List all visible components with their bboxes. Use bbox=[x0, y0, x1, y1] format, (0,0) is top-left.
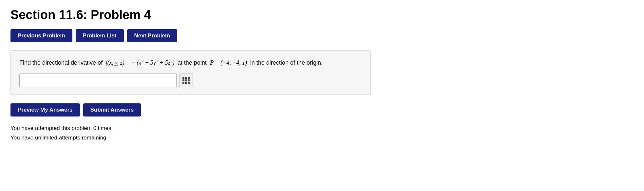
statement-suffix: in the direction of the origin. bbox=[249, 59, 323, 66]
next-problem-button[interactable]: Next Problem bbox=[127, 29, 178, 42]
preview-answers-button[interactable]: Preview My Answers bbox=[10, 103, 80, 117]
problem-statement: Find the directional derivative of f(x, … bbox=[19, 58, 362, 68]
math-palette-button[interactable] bbox=[179, 74, 193, 87]
attempts-line1: You have attempted this problem 0 times. bbox=[10, 124, 634, 133]
statement-prefix: Find the directional derivative of bbox=[19, 59, 103, 66]
statement-middle: at the point bbox=[176, 59, 208, 66]
answer-row bbox=[19, 74, 362, 87]
submit-answers-button[interactable]: Submit Answers bbox=[83, 103, 141, 117]
attempt-info: You have attempted this problem 0 times.… bbox=[10, 124, 634, 143]
attempts-line2: You have unlimited attempts remaining. bbox=[10, 133, 634, 143]
problem-box: Find the directional derivative of f(x, … bbox=[10, 50, 371, 95]
grid-icon bbox=[182, 77, 190, 84]
answer-input[interactable] bbox=[19, 74, 177, 87]
prev-problem-button[interactable]: Previous Problem bbox=[10, 29, 72, 42]
nav-buttons: Previous Problem Problem List Next Probl… bbox=[10, 29, 634, 42]
action-buttons: Preview My Answers Submit Answers bbox=[10, 103, 634, 117]
function-math: f(x, y, z) = − (x2 + 5y2 + 5z2) bbox=[104, 59, 176, 66]
point-math: P = (−4, −4, 1) bbox=[210, 59, 249, 66]
page-title: Section 11.6: Problem 4 bbox=[10, 8, 634, 22]
problem-list-button[interactable]: Problem List bbox=[76, 29, 124, 42]
